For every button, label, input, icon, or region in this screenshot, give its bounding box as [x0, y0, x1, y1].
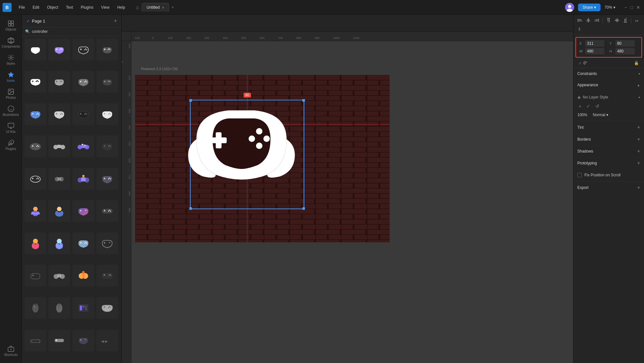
borders-section-header[interactable]: Borders +	[573, 134, 644, 145]
list-item[interactable]	[48, 200, 70, 222]
sidebar-item-shortcuts[interactable]: Shortcuts	[2, 343, 20, 359]
menu-file[interactable]: File	[15, 4, 28, 11]
sidebar-item-components[interactable]: Components	[2, 34, 20, 51]
share-button[interactable]: Share ▾	[578, 4, 601, 11]
fix-position-checkbox[interactable]	[577, 173, 582, 177]
x-field[interactable]: X	[579, 40, 608, 47]
list-item[interactable]	[24, 103, 46, 125]
list-item[interactable]	[72, 232, 94, 254]
list-item[interactable]	[24, 135, 46, 157]
constraints-section-header[interactable]: Constraints ▾	[573, 68, 644, 79]
list-item[interactable]	[96, 200, 118, 222]
close-button[interactable]: ✕	[635, 4, 641, 11]
shadows-section-header[interactable]: Shadows +	[573, 145, 644, 157]
tint-add-button[interactable]: +	[637, 125, 640, 130]
list-item[interactable]	[48, 265, 70, 287]
prototyping-add-button[interactable]: +	[637, 160, 640, 166]
list-item[interactable]	[24, 265, 46, 287]
menu-text[interactable]: Text	[63, 4, 76, 11]
list-item[interactable]	[72, 71, 94, 93]
list-item[interactable]	[48, 71, 70, 93]
list-item[interactable]	[24, 39, 46, 60]
y-input[interactable]	[615, 40, 635, 47]
lock-icon[interactable]: 🔓	[634, 61, 639, 65]
minimize-button[interactable]: −	[623, 4, 628, 11]
list-item[interactable]	[72, 265, 94, 287]
sidebar-item-plugins[interactable]: Plugins	[2, 137, 20, 153]
list-item[interactable]	[48, 103, 70, 125]
canvas-area[interactable]: -100 0 100 200 300 400 500 600 700 800 9…	[122, 32, 573, 363]
sidebar-item-styles[interactable]: Styles	[2, 51, 20, 68]
list-item[interactable]: - -	[24, 330, 46, 351]
maximize-button[interactable]: □	[629, 4, 634, 11]
home-button[interactable]: ⌂	[136, 5, 139, 10]
page-name-label[interactable]: Page 1	[32, 19, 45, 23]
list-item[interactable]	[24, 297, 46, 319]
list-item[interactable]	[96, 135, 118, 157]
x-input[interactable]	[585, 40, 604, 47]
blend-mode-selector[interactable]: Normal ▾	[593, 113, 608, 117]
zoom-control[interactable]: 70% ▾	[604, 5, 615, 10]
prototyping-section-header[interactable]: Prototyping +	[573, 157, 644, 169]
sidebar-item-illustrations[interactable]: Illustrations	[2, 103, 20, 119]
list-item[interactable]	[48, 39, 70, 60]
borders-add-button[interactable]: +	[637, 136, 640, 142]
h-input[interactable]	[615, 48, 635, 54]
sidebar-item-uikits[interactable]: UI Kits	[2, 120, 20, 136]
list-item[interactable]: ▶▌▐◀	[96, 330, 118, 351]
list-item[interactable]	[48, 330, 70, 351]
align-center-v-button[interactable]	[613, 17, 621, 25]
list-item[interactable]	[96, 265, 118, 287]
tab-add-button[interactable]: +	[169, 4, 176, 11]
canvas-inner[interactable]: Pinterest 2:3 1102×735	[131, 41, 573, 363]
layer-style-row[interactable]: ◈ No Layer Style ▾	[577, 93, 640, 101]
check-appearance-button[interactable]: ✓	[585, 103, 592, 109]
appearance-section-header[interactable]: Appearance ▲	[573, 79, 644, 91]
h-field[interactable]: H	[610, 48, 639, 54]
align-center-h-button[interactable]	[584, 17, 592, 25]
menu-view[interactable]: View	[98, 4, 113, 11]
opacity-value[interactable]: 100%	[577, 113, 590, 117]
export-section-header[interactable]: Export +	[573, 182, 644, 193]
list-item[interactable]	[72, 135, 94, 157]
tint-section-header[interactable]: Tint +	[573, 122, 644, 133]
avatar[interactable]	[565, 3, 574, 12]
tab-close-icon[interactable]: ✕	[162, 6, 164, 9]
list-item[interactable]	[96, 103, 118, 125]
list-item[interactable]	[96, 232, 118, 254]
sidebar-item-icons[interactable]: Icons	[2, 69, 20, 85]
refresh-appearance-button[interactable]: ↺	[594, 103, 601, 109]
align-left-button[interactable]	[576, 17, 584, 25]
artboard[interactable]: 80	[135, 75, 390, 242]
list-item[interactable]	[48, 135, 70, 157]
app-logo[interactable]: B	[3, 3, 12, 12]
list-item[interactable]	[24, 200, 46, 222]
distribute-h-button[interactable]: ⇔	[633, 17, 640, 24]
list-item[interactable]	[96, 39, 118, 60]
tab-untitled[interactable]: Untitled ✕	[142, 3, 169, 12]
list-item[interactable]	[72, 39, 94, 60]
shadows-add-button[interactable]: +	[637, 148, 640, 154]
list-item[interactable]	[48, 168, 70, 190]
sidebar-item-objects[interactable]: Objects	[2, 17, 20, 34]
align-top-button[interactable]	[605, 17, 612, 25]
list-item[interactable]	[48, 232, 70, 254]
sidebar-item-photos[interactable]: Photos	[2, 86, 20, 102]
add-appearance-button[interactable]: +	[577, 103, 582, 109]
list-item[interactable]	[72, 103, 94, 125]
list-item[interactable]	[24, 168, 46, 190]
list-item[interactable]	[24, 232, 46, 254]
menu-edit[interactable]: Edit	[29, 4, 43, 11]
export-add-button[interactable]: +	[637, 185, 640, 191]
menu-plugins[interactable]: Plugins	[78, 4, 97, 11]
list-item[interactable]	[72, 200, 94, 222]
add-page-button[interactable]: +	[114, 18, 117, 24]
list-item[interactable]	[96, 297, 118, 319]
list-item[interactable]	[72, 330, 94, 351]
list-item[interactable]	[24, 71, 46, 93]
distribute-v-button[interactable]: ⇕	[576, 25, 583, 33]
menu-help[interactable]: Help	[114, 4, 128, 11]
list-item[interactable]	[48, 297, 70, 319]
align-bottom-button[interactable]	[621, 17, 629, 25]
w-input[interactable]	[585, 48, 604, 54]
